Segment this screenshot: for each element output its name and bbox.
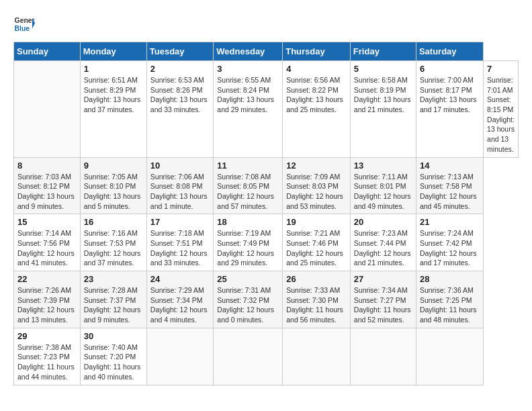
day-info: Sunrise: 7:34 AMSunset: 7:27 PMDaylight:…	[354, 285, 412, 325]
calendar-cell: 12Sunrise: 7:09 AMSunset: 8:03 PMDayligh…	[283, 157, 351, 214]
calendar-week-row: 15Sunrise: 7:14 AMSunset: 7:56 PMDayligh…	[14, 214, 519, 271]
day-info: Sunrise: 7:33 AMSunset: 7:30 PMDaylight:…	[286, 285, 347, 325]
day-number: 3	[217, 64, 279, 74]
day-info: Sunrise: 7:40 AMSunset: 7:20 PMDaylight:…	[84, 342, 143, 382]
day-info: Sunrise: 7:19 AMSunset: 7:49 PMDaylight:…	[217, 228, 279, 268]
day-number: 26	[286, 274, 347, 284]
calendar-cell	[214, 328, 283, 385]
calendar-cell: 3Sunrise: 6:55 AMSunset: 8:24 PMDaylight…	[214, 61, 283, 158]
calendar-cell	[146, 328, 214, 385]
calendar-cell: 18Sunrise: 7:19 AMSunset: 7:49 PMDayligh…	[214, 214, 283, 271]
day-info: Sunrise: 7:05 AMSunset: 8:10 PMDaylight:…	[84, 172, 143, 212]
day-number: 7	[487, 64, 515, 74]
calendar-cell: 23Sunrise: 7:28 AMSunset: 7:37 PMDayligh…	[80, 271, 146, 328]
calendar-cell: 21Sunrise: 7:24 AMSunset: 7:42 PMDayligh…	[416, 214, 483, 271]
calendar-header-row: SundayMondayTuesdayWednesdayThursdayFrid…	[14, 42, 519, 61]
calendar-cell: 20Sunrise: 7:23 AMSunset: 7:44 PMDayligh…	[350, 214, 416, 271]
day-info: Sunrise: 7:38 AMSunset: 7:23 PMDaylight:…	[17, 342, 77, 382]
day-info: Sunrise: 6:58 AMSunset: 8:19 PMDaylight:…	[354, 75, 412, 115]
day-number: 5	[354, 64, 412, 74]
calendar-cell: 13Sunrise: 7:11 AMSunset: 8:01 PMDayligh…	[350, 157, 416, 214]
day-number: 18	[217, 217, 279, 227]
day-info: Sunrise: 7:01 AMSunset: 8:15 PMDaylight:…	[487, 75, 515, 154]
calendar-cell	[283, 328, 351, 385]
day-info: Sunrise: 7:09 AMSunset: 8:03 PMDaylight:…	[286, 172, 347, 212]
calendar-table: SundayMondayTuesdayWednesdayThursdayFrid…	[13, 42, 519, 385]
calendar-week-row: 1Sunrise: 6:51 AMSunset: 8:29 PMDaylight…	[14, 61, 519, 158]
day-info: Sunrise: 7:31 AMSunset: 7:32 PMDaylight:…	[217, 285, 279, 325]
calendar-cell: 8Sunrise: 7:03 AMSunset: 8:12 PMDaylight…	[14, 157, 81, 214]
day-info: Sunrise: 6:53 AMSunset: 8:26 PMDaylight:…	[150, 75, 210, 115]
calendar-cell: 10Sunrise: 7:06 AMSunset: 8:08 PMDayligh…	[146, 157, 214, 214]
day-number: 24	[150, 274, 210, 284]
calendar-cell: 25Sunrise: 7:31 AMSunset: 7:32 PMDayligh…	[214, 271, 283, 328]
day-number: 30	[84, 331, 143, 341]
calendar-week-row: 8Sunrise: 7:03 AMSunset: 8:12 PMDaylight…	[14, 157, 519, 214]
calendar-cell	[416, 328, 483, 385]
calendar-cell: 29Sunrise: 7:38 AMSunset: 7:23 PMDayligh…	[14, 328, 81, 385]
day-number: 22	[17, 274, 77, 284]
calendar-cell: 22Sunrise: 7:26 AMSunset: 7:39 PMDayligh…	[14, 271, 81, 328]
calendar-cell: 11Sunrise: 7:08 AMSunset: 8:05 PMDayligh…	[214, 157, 283, 214]
day-number: 11	[217, 161, 279, 171]
day-info: Sunrise: 7:21 AMSunset: 7:46 PMDaylight:…	[286, 228, 347, 268]
day-info: Sunrise: 6:56 AMSunset: 8:22 PMDaylight:…	[286, 75, 347, 115]
day-info: Sunrise: 7:24 AMSunset: 7:42 PMDaylight:…	[420, 228, 480, 268]
day-info: Sunrise: 7:26 AMSunset: 7:39 PMDaylight:…	[17, 285, 77, 325]
calendar-cell: 28Sunrise: 7:36 AMSunset: 7:25 PMDayligh…	[416, 271, 483, 328]
day-number: 19	[286, 217, 347, 227]
day-of-week-header: Sunday	[14, 42, 81, 61]
day-of-week-header: Saturday	[416, 42, 483, 61]
page-header: General Blue	[13, 13, 519, 35]
day-number: 1	[84, 64, 143, 74]
day-info: Sunrise: 7:23 AMSunset: 7:44 PMDaylight:…	[354, 228, 412, 268]
logo-icon: General Blue	[13, 13, 35, 35]
calendar-cell: 5Sunrise: 6:58 AMSunset: 8:19 PMDaylight…	[350, 61, 416, 158]
day-info: Sunrise: 7:36 AMSunset: 7:25 PMDaylight:…	[420, 285, 480, 325]
day-info: Sunrise: 7:29 AMSunset: 7:34 PMDaylight:…	[150, 285, 210, 325]
day-number: 9	[84, 161, 143, 171]
day-number: 10	[150, 161, 210, 171]
day-number: 13	[354, 161, 412, 171]
calendar-cell: 19Sunrise: 7:21 AMSunset: 7:46 PMDayligh…	[283, 214, 351, 271]
day-of-week-header: Thursday	[283, 42, 351, 61]
logo: General Blue	[13, 13, 35, 35]
day-number: 16	[84, 217, 143, 227]
calendar-cell: 15Sunrise: 7:14 AMSunset: 7:56 PMDayligh…	[14, 214, 81, 271]
day-info: Sunrise: 7:00 AMSunset: 8:17 PMDaylight:…	[420, 75, 480, 115]
day-number: 23	[84, 274, 143, 284]
day-number: 21	[420, 217, 480, 227]
day-number: 4	[286, 64, 347, 74]
calendar-cell: 2Sunrise: 6:53 AMSunset: 8:26 PMDaylight…	[146, 61, 214, 158]
calendar-cell: 9Sunrise: 7:05 AMSunset: 8:10 PMDaylight…	[80, 157, 146, 214]
calendar-cell: 30Sunrise: 7:40 AMSunset: 7:20 PMDayligh…	[80, 328, 146, 385]
day-number: 27	[354, 274, 412, 284]
calendar-week-row: 22Sunrise: 7:26 AMSunset: 7:39 PMDayligh…	[14, 271, 519, 328]
day-number: 28	[420, 274, 480, 284]
day-info: Sunrise: 7:14 AMSunset: 7:56 PMDaylight:…	[17, 228, 77, 268]
day-info: Sunrise: 7:08 AMSunset: 8:05 PMDaylight:…	[217, 172, 279, 212]
calendar-cell: 27Sunrise: 7:34 AMSunset: 7:27 PMDayligh…	[350, 271, 416, 328]
day-of-week-header: Monday	[80, 42, 146, 61]
day-number: 15	[17, 217, 77, 227]
calendar-cell: 24Sunrise: 7:29 AMSunset: 7:34 PMDayligh…	[146, 271, 214, 328]
day-info: Sunrise: 7:11 AMSunset: 8:01 PMDaylight:…	[354, 172, 412, 212]
day-of-week-header: Wednesday	[214, 42, 283, 61]
calendar-cell: 7Sunrise: 7:01 AMSunset: 8:15 PMDaylight…	[484, 61, 519, 158]
calendar-cell: 1Sunrise: 6:51 AMSunset: 8:29 PMDaylight…	[80, 61, 146, 158]
calendar-cell	[350, 328, 416, 385]
day-info: Sunrise: 7:28 AMSunset: 7:37 PMDaylight:…	[84, 285, 143, 325]
day-number: 25	[217, 274, 279, 284]
day-info: Sunrise: 7:06 AMSunset: 8:08 PMDaylight:…	[150, 172, 210, 212]
day-number: 12	[286, 161, 347, 171]
calendar-cell: 6Sunrise: 7:00 AMSunset: 8:17 PMDaylight…	[416, 61, 483, 158]
day-of-week-header: Friday	[350, 42, 416, 61]
day-info: Sunrise: 7:03 AMSunset: 8:12 PMDaylight:…	[17, 172, 77, 212]
calendar-cell	[14, 61, 81, 158]
day-number: 14	[420, 161, 480, 171]
day-number: 8	[17, 161, 77, 171]
calendar-cell: 16Sunrise: 7:16 AMSunset: 7:53 PMDayligh…	[80, 214, 146, 271]
calendar-cell: 17Sunrise: 7:18 AMSunset: 7:51 PMDayligh…	[146, 214, 214, 271]
day-number: 29	[17, 331, 77, 341]
calendar-cell: 14Sunrise: 7:13 AMSunset: 7:58 PMDayligh…	[416, 157, 483, 214]
